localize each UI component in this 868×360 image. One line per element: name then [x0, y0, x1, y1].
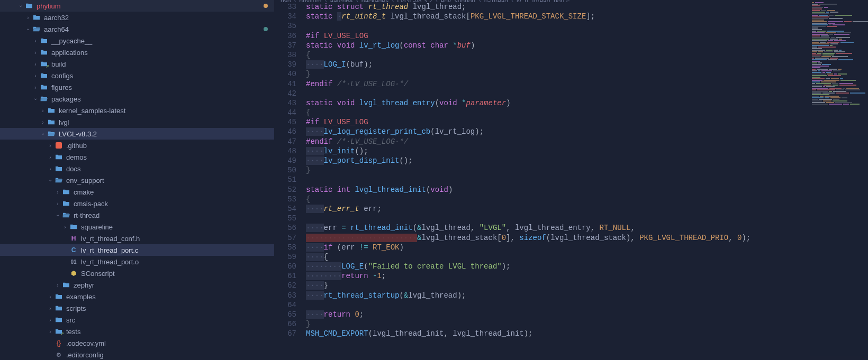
- chevron-icon[interactable]: ›: [61, 223, 69, 230]
- chevron-icon[interactable]: ›: [24, 14, 32, 21]
- tree-item--editorconfig[interactable]: ⚙.editorconfig: [0, 349, 274, 360]
- code-line-46[interactable]: ····lv_log_register_print_cb(lv_rt_log);: [306, 127, 868, 136]
- code-line-58[interactable]: ····if (err != RT_EOK): [306, 243, 868, 252]
- tree-item-rt-thread[interactable]: ⌄rt-thread: [0, 209, 274, 221]
- code-line-38[interactable]: {: [306, 50, 868, 60]
- tree-item-build[interactable]: ›↗build: [0, 58, 274, 70]
- code-line-41[interactable]: #endif /*·LV_USE_LOG·*/: [306, 79, 868, 89]
- code-line-35[interactable]: [306, 21, 868, 31]
- code-line-66[interactable]: }: [306, 319, 868, 329]
- code-line-62[interactable]: ····}: [306, 281, 868, 290]
- tree-item-aarch32[interactable]: ›aarch32: [0, 12, 274, 23]
- chevron-icon[interactable]: ›: [47, 165, 54, 172]
- tree-item--codecov-yml[interactable]: {}.codecov.yml: [0, 337, 274, 349]
- code-line-45[interactable]: #if LV_USE_LOG: [306, 117, 868, 127]
- chevron-icon[interactable]: ›: [54, 188, 61, 196]
- chevron-icon[interactable]: ›: [47, 293, 54, 300]
- chevron-icon[interactable]: ⌄: [32, 94, 39, 101]
- tree-item-scripts[interactable]: ›scripts: [0, 302, 274, 314]
- tree-item-phytium[interactable]: ⌄phytium: [0, 0, 274, 12]
- minimap[interactable]: [810, 2, 868, 356]
- code-editor[interactable]: 3334353637383940414243444546474849505152…: [274, 2, 868, 360]
- chevron-icon[interactable]: ⌄: [17, 1, 24, 8]
- tree-item-packages[interactable]: ⌄packages: [0, 93, 274, 105]
- tree-item-zephyr[interactable]: ›zephyr: [0, 279, 274, 291]
- code-line-47[interactable]: #endif /*·LV_USE_LOG·*/: [306, 137, 868, 146]
- code-line-44[interactable]: {: [306, 108, 868, 117]
- code-line-54[interactable]: ····rt_err_t err;: [306, 204, 868, 214]
- tree-item-cmake[interactable]: ›cmake: [0, 186, 274, 198]
- chevron-icon[interactable]: ›: [47, 328, 54, 335]
- tree-item-examples[interactable]: ›examples: [0, 291, 274, 302]
- tree-item-lvgl[interactable]: ›lvgl: [0, 116, 274, 128]
- code-line-50[interactable]: }: [306, 165, 868, 175]
- tree-item--github[interactable]: ›.github: [0, 140, 274, 151]
- tree-item-applications[interactable]: ›applications: [0, 47, 274, 58]
- chevron-icon[interactable]: ›: [47, 153, 54, 161]
- chevron-icon[interactable]: [47, 339, 54, 347]
- code-line-42[interactable]: [306, 89, 868, 98]
- tree-item-aarch64[interactable]: ⌄aarch64: [0, 23, 274, 35]
- tree-item-figures[interactable]: ›figures: [0, 81, 274, 93]
- code-line-65[interactable]: ····return 0;: [306, 310, 868, 319]
- chevron-icon[interactable]: ›: [47, 142, 54, 149]
- chevron-icon[interactable]: ›: [32, 72, 39, 79]
- chevron-icon[interactable]: ›: [39, 118, 47, 126]
- code-line-61[interactable]: ········return -1;: [306, 271, 868, 281]
- code-content[interactable]: static struct rt_thread lvgl_thread;stat…: [306, 2, 868, 360]
- code-line-36[interactable]: #if LV_USE_LOG: [306, 31, 868, 41]
- chevron-icon[interactable]: ⌄: [24, 24, 32, 32]
- code-line-40[interactable]: }: [306, 69, 868, 79]
- tree-item-lvgl-v8-3-2[interactable]: ⌄LVGL-v8.3.2: [0, 128, 274, 140]
- tree-item-lv-rt-thread-port-c[interactable]: Clv_rt_thread_port.c: [0, 244, 274, 256]
- code-line-56[interactable]: ····err = rt_thread_init(&lvgl_thread, "…: [306, 223, 868, 233]
- code-line-48[interactable]: ····lv_init();: [306, 146, 868, 156]
- chevron-icon[interactable]: [47, 351, 54, 358]
- tree-item-lv-rt-thread-port-o[interactable]: 01lv_rt_thread_port.o: [0, 256, 274, 267]
- chevron-icon[interactable]: ›: [54, 281, 61, 289]
- tree-item-src[interactable]: ›src: [0, 314, 274, 326]
- code-line-52[interactable]: static int lvgl_thread_init(void): [306, 185, 868, 195]
- chevron-icon[interactable]: ›: [47, 304, 54, 312]
- code-line-67[interactable]: MSH_CMD_EXPORT(lvgl_thread_init, lvgl_th…: [306, 329, 868, 338]
- tree-item---pycache--[interactable]: ›__pycache__: [0, 35, 274, 47]
- code-line-53[interactable]: {: [306, 195, 868, 204]
- tree-item-sconscript[interactable]: ⬢SConscript: [0, 267, 274, 279]
- chevron-icon[interactable]: ›: [54, 200, 61, 207]
- tree-item-tests[interactable]: ›↗tests: [0, 326, 274, 337]
- chevron-icon[interactable]: ›: [39, 107, 47, 114]
- chevron-icon[interactable]: ›: [47, 316, 54, 324]
- chevron-icon[interactable]: ⌄: [39, 129, 47, 136]
- code-line-39[interactable]: ····LOG_I(buf);: [306, 60, 868, 69]
- code-line-57[interactable]: ·························&lvgl_thread_st…: [306, 233, 868, 243]
- code-line-34[interactable]: static ·rt_uint8_t lvgl_thread_stack[PKG…: [306, 12, 868, 21]
- chevron-icon[interactable]: ›: [32, 84, 39, 91]
- chevron-icon[interactable]: ›: [32, 49, 39, 56]
- code-line-55[interactable]: [306, 214, 868, 223]
- tree-item-cmsis-pack[interactable]: ›cmsis-pack: [0, 198, 274, 209]
- tree-item-squareline[interactable]: ›squareline: [0, 221, 274, 233]
- chevron-icon[interactable]: ›: [32, 60, 39, 68]
- code-line-63[interactable]: ····rt_thread_startup(&lvgl_thread);: [306, 291, 868, 300]
- code-line-60[interactable]: ········LOG_E("Failed to create LVGL thr…: [306, 262, 868, 271]
- chevron-icon[interactable]: [61, 270, 69, 277]
- tree-item-lv-rt-thread-conf-h[interactable]: Hlv_rt_thread_conf.h: [0, 233, 274, 244]
- code-line-37[interactable]: static void lv_rt_log(const char *buf): [306, 41, 868, 50]
- tree-item-configs[interactable]: ›configs: [0, 70, 274, 81]
- chevron-icon[interactable]: [61, 246, 69, 254]
- chevron-icon[interactable]: ⌄: [54, 210, 61, 218]
- tree-item-docs[interactable]: ›docs: [0, 163, 274, 174]
- file-explorer-sidebar[interactable]: ⌄phytium›aarch32⌄aarch64›__pycache__›app…: [0, 0, 274, 360]
- chevron-icon[interactable]: ›: [32, 37, 39, 44]
- code-line-64[interactable]: [306, 300, 868, 310]
- chevron-icon[interactable]: ⌄: [47, 176, 54, 183]
- code-line-43[interactable]: static void lvgl_thread_entry(void *para…: [306, 98, 868, 108]
- tree-item-demos[interactable]: ›demos: [0, 151, 274, 163]
- chevron-icon[interactable]: [61, 235, 69, 242]
- tree-item-kernel-samples-latest[interactable]: ›kernel_samples-latest: [0, 105, 274, 116]
- tree-item-env-support[interactable]: ⌄env_support: [0, 174, 274, 186]
- code-line-59[interactable]: ····{: [306, 252, 868, 262]
- code-line-51[interactable]: [306, 175, 868, 184]
- code-line-33[interactable]: static struct rt_thread lvgl_thread;: [306, 2, 868, 12]
- chevron-icon[interactable]: [61, 258, 69, 265]
